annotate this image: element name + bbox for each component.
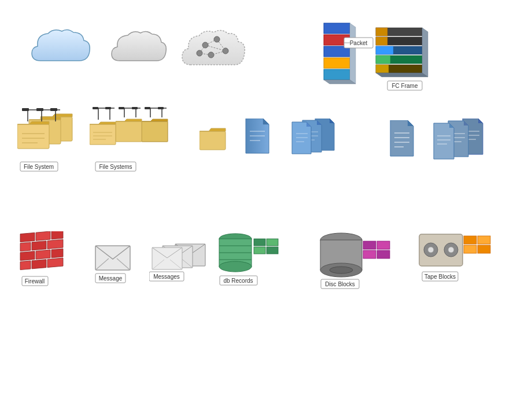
svg-rect-30	[376, 65, 389, 73]
tape-blocks-svg: Tape Blocks	[416, 231, 492, 295]
svg-marker-16	[350, 23, 356, 84]
svg-rect-39	[17, 124, 49, 149]
svg-rect-49	[36, 108, 43, 111]
svg-rect-76	[145, 107, 150, 109]
svg-rect-177	[464, 245, 476, 253]
svg-marker-57	[116, 119, 142, 121]
svg-marker-94	[292, 122, 311, 154]
filesystem-icon[interactable]: File System	[17, 107, 87, 176]
file-icon[interactable]	[243, 119, 272, 156]
cloud-blue-icon[interactable]	[26, 23, 95, 69]
svg-rect-58	[90, 124, 116, 145]
svg-marker-83	[263, 119, 269, 124]
cloud-blue-svg	[26, 23, 95, 69]
svg-text:Firewall: Firewall	[25, 278, 45, 285]
filesystems-svg: File Systems	[90, 107, 173, 176]
svg-point-172	[428, 247, 434, 253]
disc-blocks-svg: Disc Blocks	[318, 228, 393, 292]
cloud-network-icon[interactable]	[179, 23, 254, 75]
icon-grid: Packet FC Frame	[0, 0, 532, 399]
svg-rect-15	[324, 69, 350, 80]
cloud-network-svg	[179, 23, 254, 75]
svg-rect-126	[20, 251, 35, 260]
svg-rect-66	[93, 107, 98, 109]
svg-point-174	[448, 247, 454, 253]
svg-rect-121	[36, 231, 50, 241]
disc-blocks-icon[interactable]: Disc Blocks	[318, 228, 393, 292]
docs-multi-svg	[431, 119, 489, 165]
svg-text:Tape Blocks: Tape Blocks	[424, 274, 456, 280]
cloud-gray-svg	[107, 26, 171, 69]
svg-rect-71	[119, 107, 124, 109]
svg-text:Disc Blocks: Disc Blocks	[325, 281, 355, 287]
svg-rect-164	[363, 241, 376, 249]
tape-blocks-icon[interactable]: Tape Blocks	[416, 231, 492, 295]
svg-rect-157	[267, 247, 278, 254]
svg-marker-32	[376, 73, 428, 77]
folder-svg	[200, 124, 228, 153]
files-multi-icon[interactable]	[289, 119, 341, 165]
filesystems-icon[interactable]: File Systems	[90, 107, 173, 176]
svg-rect-155	[254, 247, 265, 254]
messages-svg: Messages	[149, 237, 207, 283]
svg-rect-154	[254, 239, 265, 246]
svg-rect-178	[478, 245, 490, 253]
svg-rect-56	[116, 121, 142, 142]
svg-rect-50	[50, 108, 57, 111]
svg-rect-175	[464, 236, 476, 244]
doc-icon[interactable]	[387, 120, 416, 158]
message-icon[interactable]: Message	[93, 237, 139, 283]
svg-rect-120	[20, 232, 35, 242]
cloud-gray-icon[interactable]	[107, 26, 171, 69]
svg-rect-122	[51, 231, 63, 239]
svg-rect-28	[376, 56, 390, 64]
svg-rect-130	[32, 260, 46, 269]
packet-svg: Packet	[312, 20, 376, 101]
svg-rect-14	[324, 58, 350, 68]
fc-frame-svg: FC Frame	[373, 23, 442, 98]
svg-rect-67	[105, 107, 111, 109]
svg-point-150	[219, 261, 252, 272]
svg-rect-176	[478, 236, 490, 244]
svg-point-163	[330, 267, 353, 274]
firewall-svg: Firewall	[17, 231, 69, 289]
packet-icon[interactable]: Packet	[312, 20, 376, 101]
svg-text:Packet: Packet	[350, 40, 368, 46]
svg-rect-26	[376, 46, 393, 54]
firewall-icon[interactable]: Firewall	[17, 231, 69, 289]
svg-marker-81	[200, 128, 226, 131]
filesystem-svg: File System	[17, 107, 87, 176]
db-records-icon[interactable]: db Records	[217, 228, 286, 289]
svg-marker-40	[17, 121, 49, 124]
svg-rect-125	[47, 239, 63, 249]
files-multi-svg	[289, 119, 341, 165]
svg-rect-24	[376, 37, 387, 45]
svg-text:File Systems: File Systems	[99, 164, 132, 170]
svg-rect-48	[22, 108, 29, 111]
svg-rect-80	[200, 131, 226, 150]
svg-marker-54	[142, 119, 168, 121]
svg-marker-36	[40, 114, 72, 117]
svg-rect-128	[51, 249, 63, 258]
messages-icon[interactable]: Messages	[149, 237, 207, 283]
db-records-svg: db Records	[217, 228, 286, 289]
svg-marker-17	[324, 80, 356, 84]
svg-rect-123	[20, 242, 31, 252]
svg-rect-72	[132, 107, 138, 109]
folder-icon[interactable]	[200, 124, 228, 153]
svg-rect-165	[363, 250, 376, 258]
svg-rect-53	[142, 121, 168, 142]
svg-rect-124	[32, 241, 46, 250]
svg-text:Messages: Messages	[153, 274, 180, 280]
file-svg	[243, 119, 272, 156]
svg-text:FC Frame: FC Frame	[392, 83, 418, 89]
svg-rect-11	[324, 23, 350, 34]
svg-marker-100	[408, 120, 413, 126]
fc-frame-icon[interactable]: FC Frame	[373, 23, 442, 98]
message-svg: Message	[93, 237, 139, 283]
svg-rect-77	[158, 107, 164, 109]
docs-multi-icon[interactable]	[431, 119, 489, 165]
svg-rect-166	[377, 241, 390, 249]
doc-svg	[387, 120, 416, 158]
svg-marker-59	[90, 122, 116, 124]
